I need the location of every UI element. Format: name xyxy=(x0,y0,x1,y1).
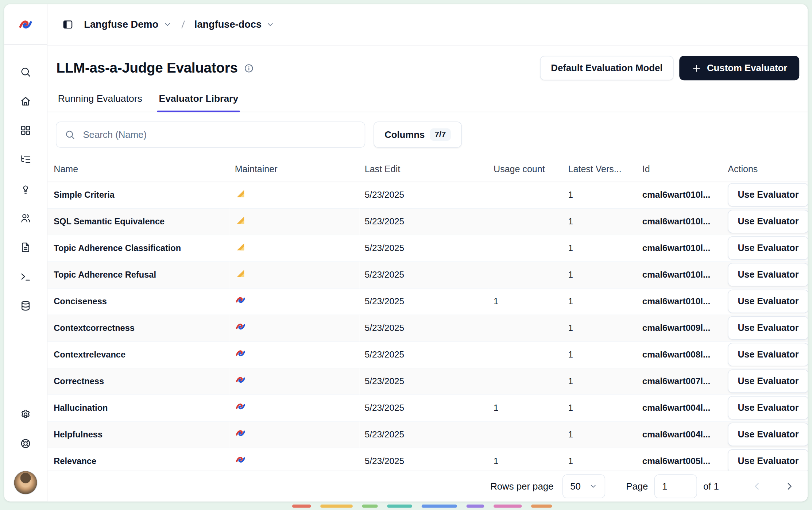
pagination-footer: Rows per page 50 Page of 1 xyxy=(47,471,808,501)
color-strip-segment xyxy=(387,505,412,508)
table-row[interactable]: Topic Adherence Refusal 5/23/2025 1 cmal… xyxy=(47,262,808,288)
custom-evaluator-button[interactable]: Custom Evaluator xyxy=(679,56,799,80)
sidebar-item-playground[interactable] xyxy=(14,265,37,288)
table-row[interactable]: Contextcorrectness 5/23/2025 1 cmal6wart… xyxy=(47,314,808,341)
sidebar xyxy=(4,4,47,501)
maintainer-langfuse-icon xyxy=(235,427,246,438)
evaluator-id: cmal6wart007l... xyxy=(637,368,723,394)
usage-count: 1 xyxy=(488,394,563,421)
slash-divider-icon xyxy=(178,19,188,30)
table-row[interactable]: Hallucination 5/23/2025 1 1 cmal6wart004… xyxy=(47,394,808,421)
plus-icon xyxy=(691,63,702,73)
rows-per-page-select[interactable]: 50 xyxy=(562,474,605,498)
use-evaluator-button[interactable]: Use Evaluator xyxy=(728,183,808,206)
columns-label: Columns xyxy=(384,129,425,140)
use-evaluator-button[interactable]: Use Evaluator xyxy=(728,263,808,286)
evaluator-name: Correctness xyxy=(47,368,229,394)
project-name: langfuse-docs xyxy=(194,19,262,30)
page-number-input[interactable] xyxy=(654,474,697,498)
settings-icon xyxy=(20,409,31,420)
color-strip-segment xyxy=(531,505,552,508)
table-row[interactable]: Contextrelevance 5/23/2025 1 cmal6wart00… xyxy=(47,341,808,368)
maintainer-langfuse-icon xyxy=(235,374,246,386)
latest-version: 1 xyxy=(563,182,637,208)
use-evaluator-button[interactable]: Use Evaluator xyxy=(728,370,808,393)
rows-per-page-label: Rows per page xyxy=(490,481,553,492)
sidebar-item-settings[interactable] xyxy=(14,403,37,426)
lifebuoy-icon xyxy=(20,438,31,449)
search-input[interactable] xyxy=(82,129,356,141)
user-avatar[interactable] xyxy=(13,471,38,495)
evaluator-name: Contextcorrectness xyxy=(47,314,229,341)
color-strip-segment xyxy=(362,505,378,508)
use-evaluator-button[interactable]: Use Evaluator xyxy=(728,316,808,340)
last-edit-date: 5/23/2025 xyxy=(359,421,488,448)
usage-count xyxy=(488,368,563,394)
color-strip-segment xyxy=(320,505,353,508)
latest-version: 1 xyxy=(563,421,637,448)
sidebar-toggle-button[interactable] xyxy=(58,15,78,34)
use-evaluator-button[interactable]: Use Evaluator xyxy=(728,396,808,420)
sidebar-item-prompts[interactable] xyxy=(14,236,37,259)
table-row[interactable]: Simple Criteria 5/23/2025 1 cmal6wart010… xyxy=(47,182,808,208)
table-row[interactable]: SQL Semantic Equivalence 5/23/2025 1 cma… xyxy=(47,208,808,235)
app-card: Langfuse Demo langfuse-docs LLM-as-a-Jud… xyxy=(4,4,808,501)
tab-evaluator-library[interactable]: Evaluator Library xyxy=(157,93,240,112)
sidebar-item-datasets[interactable] xyxy=(14,294,37,317)
latest-version: 1 xyxy=(563,262,637,288)
latest-version: 1 xyxy=(563,368,637,394)
use-evaluator-button[interactable]: Use Evaluator xyxy=(728,449,808,471)
sidebar-item-search[interactable] xyxy=(14,61,37,84)
langfuse-logo-icon[interactable] xyxy=(18,16,34,32)
usage-count: 1 xyxy=(488,288,563,315)
sidebar-item-dashboards[interactable] xyxy=(14,119,37,142)
last-edit-date: 5/23/2025 xyxy=(359,314,488,341)
table-row[interactable]: Correctness 5/23/2025 1 cmal6wart007l...… xyxy=(47,368,808,394)
sidebar-item-support[interactable] xyxy=(14,432,37,455)
columns-button[interactable]: Columns 7/7 xyxy=(374,121,461,148)
use-evaluator-button[interactable]: Use Evaluator xyxy=(728,343,808,366)
database-icon xyxy=(20,300,31,311)
maintainer-ragas-icon xyxy=(235,241,246,252)
evaluator-name: Helpfulness xyxy=(47,421,229,448)
evaluator-name: SQL Semantic Equivalence xyxy=(47,208,229,235)
org-switcher[interactable]: Langfuse Demo xyxy=(82,16,174,34)
previous-page-button[interactable] xyxy=(748,478,766,495)
last-edit-date: 5/23/2025 xyxy=(359,448,488,471)
home-icon xyxy=(20,96,31,107)
tab-running-evaluators[interactable]: Running Evaluators xyxy=(56,93,144,112)
sidebar-item-home[interactable] xyxy=(14,90,37,113)
table-row[interactable]: Conciseness 5/23/2025 1 1 cmal6wart010l.… xyxy=(47,288,808,315)
page-label: Page xyxy=(626,481,648,492)
table-row[interactable]: Helpfulness 5/23/2025 1 cmal6wart004l...… xyxy=(47,421,808,448)
table-toolbar: Columns 7/7 xyxy=(47,112,808,157)
sidebar-item-evaluation[interactable] xyxy=(14,177,37,200)
project-switcher[interactable]: langfuse-docs xyxy=(192,16,277,34)
terminal-icon xyxy=(20,271,31,282)
table-row[interactable]: Topic Adherence Classification 5/23/2025… xyxy=(47,235,808,262)
evaluator-id: cmal6wart010l... xyxy=(637,288,723,315)
chevron-down-icon xyxy=(589,482,598,491)
info-icon[interactable] xyxy=(243,63,254,73)
maintainer-langfuse-icon xyxy=(235,294,246,306)
evaluator-table: Name Maintainer Last Edit Usage count La… xyxy=(47,157,808,471)
panel-left-icon xyxy=(62,19,73,30)
sidebar-item-tracing[interactable] xyxy=(14,148,37,171)
latest-version: 1 xyxy=(563,448,637,471)
usage-count xyxy=(488,341,563,368)
default-evaluation-model-button[interactable]: Default Evaluation Model xyxy=(540,56,673,80)
use-evaluator-button[interactable]: Use Evaluator xyxy=(728,210,808,233)
last-edit-date: 5/23/2025 xyxy=(359,262,488,288)
use-evaluator-button[interactable]: Use Evaluator xyxy=(728,423,808,446)
evaluator-name: Relevance xyxy=(47,448,229,471)
table-row[interactable]: Relevance 5/23/2025 1 1 cmal6wart005l...… xyxy=(47,448,808,471)
columns-count-badge: 7/7 xyxy=(430,128,451,141)
use-evaluator-button[interactable]: Use Evaluator xyxy=(728,236,808,260)
next-page-button[interactable] xyxy=(781,478,799,495)
usage-count xyxy=(488,182,563,208)
sidebar-item-users[interactable] xyxy=(14,206,37,229)
maintainer-ragas-icon xyxy=(235,188,246,199)
tabs: Running Evaluators Evaluator Library xyxy=(47,80,808,112)
evaluator-id: cmal6wart010l... xyxy=(637,208,723,235)
use-evaluator-button[interactable]: Use Evaluator xyxy=(728,290,808,313)
